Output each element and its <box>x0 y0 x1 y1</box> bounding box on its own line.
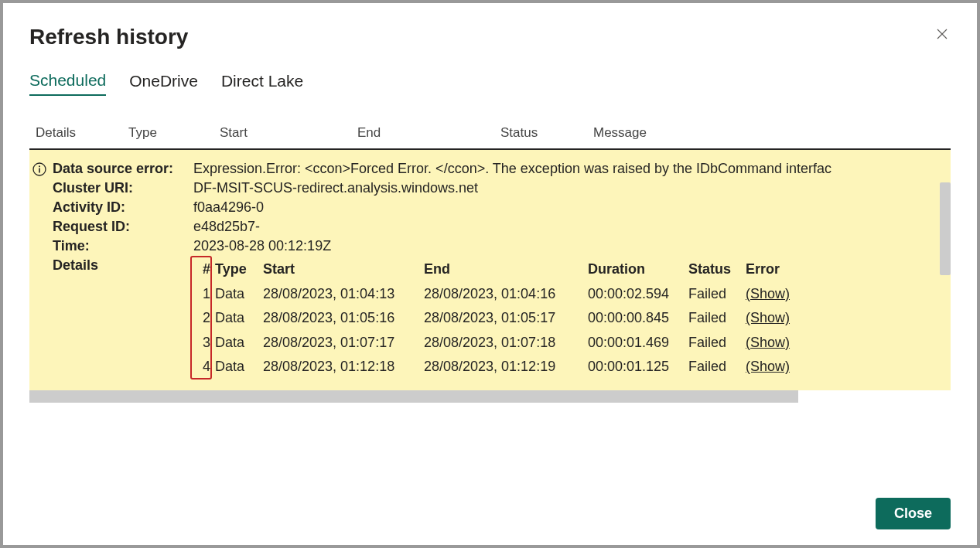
dcol-end: End <box>424 257 588 282</box>
history-table-header: Details Type Start End Status Message <box>29 125 951 150</box>
show-error-link[interactable]: (Show) <box>746 286 790 301</box>
dcol-duration: Duration <box>588 257 688 282</box>
details-table-header: # Type Start End Duration Status Error <box>193 257 790 282</box>
dialog-title: Refresh history <box>29 25 188 49</box>
cell-num: 4 <box>193 355 215 380</box>
cell-type: Data <box>215 331 263 356</box>
cell-start: 28/08/2023, 01:12:18 <box>263 355 424 380</box>
tabs: Scheduled OneDrive Direct Lake <box>29 71 951 96</box>
row-data-source-error: Data source error: Expression.Error: <cc… <box>53 161 951 177</box>
horizontal-scrollbar[interactable] <box>29 390 798 403</box>
svg-rect-2 <box>39 168 40 173</box>
value-data-source-error: Expression.Error: <ccon>Forced Error. </… <box>193 161 831 177</box>
details-row: 3 Data 28/08/2023, 01:07:17 28/08/2023, … <box>193 331 790 356</box>
details-row: 1 Data 28/08/2023, 01:04:13 28/08/2023, … <box>193 282 790 307</box>
cell-type: Data <box>215 355 263 380</box>
dcol-num: # <box>193 257 215 282</box>
col-status: Status <box>500 125 593 141</box>
cell-status: Failed <box>688 306 746 331</box>
value-request-id: e48d25b7- <box>193 219 260 235</box>
dialog-header: Refresh history <box>29 25 951 49</box>
content-area: Data source error: Expression.Error: <cc… <box>29 150 951 482</box>
label-time: Time: <box>53 238 193 254</box>
cell-end: 28/08/2023, 01:05:17 <box>424 306 588 331</box>
cell-end: 28/08/2023, 01:04:16 <box>424 282 588 307</box>
label-activity-id: Activity ID: <box>53 199 193 216</box>
row-activity-id: Activity ID: f0aa4296-0 <box>53 199 951 216</box>
label-details: Details <box>53 257 193 380</box>
cell-start: 28/08/2023, 01:05:16 <box>263 306 424 331</box>
error-details-panel: Data source error: Expression.Error: <cc… <box>29 150 951 390</box>
cell-type: Data <box>215 282 263 307</box>
cell-status: Failed <box>688 331 746 356</box>
cell-num: 3 <box>193 331 215 356</box>
refresh-history-dialog: Refresh history Scheduled OneDrive Direc… <box>3 3 977 545</box>
value-activity-id: f0aa4296-0 <box>193 199 264 216</box>
details-row: 4 Data 28/08/2023, 01:12:18 28/08/2023, … <box>193 355 790 380</box>
cell-duration: 00:00:00.845 <box>588 306 688 331</box>
label-request-id: Request ID: <box>53 219 193 235</box>
cell-type: Data <box>215 306 263 331</box>
value-time: 2023-08-28 00:12:19Z <box>193 238 331 254</box>
row-time: Time: 2023-08-28 00:12:19Z <box>53 238 951 254</box>
dcol-error: Error <box>746 257 780 282</box>
tab-scheduled[interactable]: Scheduled <box>29 71 106 96</box>
label-data-source-error: Data source error: <box>53 161 193 177</box>
info-icon <box>32 162 46 176</box>
show-error-link[interactable]: (Show) <box>746 310 790 325</box>
details-block: Details # Type Start End Duration Status… <box>53 257 951 380</box>
cell-status: Failed <box>688 282 746 307</box>
cell-duration: 00:00:02.594 <box>588 282 688 307</box>
col-type: Type <box>128 125 220 141</box>
cell-end: 28/08/2023, 01:07:18 <box>424 331 588 356</box>
cell-start: 28/08/2023, 01:07:17 <box>263 331 424 356</box>
dcol-type: Type <box>215 257 263 282</box>
value-cluster-uri: DF-MSIT-SCUS-redirect.analysis.windows.n… <box>193 180 478 196</box>
col-end: End <box>357 125 500 141</box>
show-error-link[interactable]: (Show) <box>746 359 790 374</box>
close-icon[interactable] <box>934 25 951 45</box>
row-cluster-uri: Cluster URI: DF-MSIT-SCUS-redirect.analy… <box>53 180 951 196</box>
row-request-id: Request ID: e48d25b7- <box>53 219 951 235</box>
dialog-footer: Close <box>29 482 951 529</box>
cell-num: 1 <box>193 282 215 307</box>
cell-start: 28/08/2023, 01:04:13 <box>263 282 424 307</box>
details-row: 2 Data 28/08/2023, 01:05:16 28/08/2023, … <box>193 306 790 331</box>
svg-point-1 <box>39 165 40 167</box>
col-start: Start <box>220 125 357 141</box>
details-table: # Type Start End Duration Status Error 1… <box>193 257 790 380</box>
show-error-link[interactable]: (Show) <box>746 335 790 350</box>
dcol-start: Start <box>263 257 424 282</box>
dcol-status: Status <box>688 257 746 282</box>
col-message: Message <box>593 125 944 141</box>
tab-onedrive[interactable]: OneDrive <box>129 71 198 96</box>
vertical-scrollbar[interactable] <box>940 182 951 275</box>
col-details: Details <box>36 125 128 141</box>
cell-duration: 00:00:01.469 <box>588 331 688 356</box>
label-cluster-uri: Cluster URI: <box>53 180 193 196</box>
cell-status: Failed <box>688 355 746 380</box>
cell-num: 2 <box>193 306 215 331</box>
close-button[interactable]: Close <box>876 498 951 529</box>
cell-end: 28/08/2023, 01:12:19 <box>424 355 588 380</box>
cell-duration: 00:00:01.125 <box>588 355 688 380</box>
tab-direct-lake[interactable]: Direct Lake <box>221 71 303 96</box>
